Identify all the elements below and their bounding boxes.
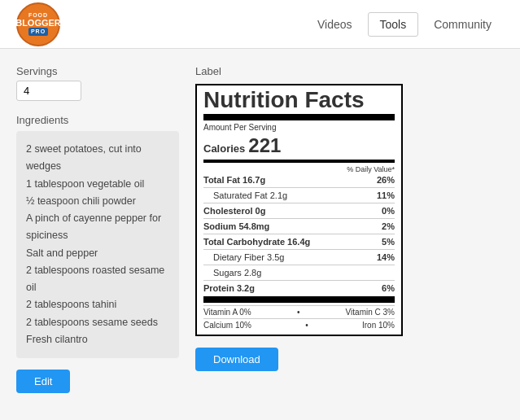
row-label-3: Sodium 54.8mg xyxy=(203,221,269,231)
thin-divider-0 xyxy=(203,187,395,188)
ingredient-item: 2 sweet potatoes, cut into wedges xyxy=(26,141,169,176)
calories-label: Calories xyxy=(203,142,245,155)
logo-text-main: Blogger xyxy=(15,19,61,28)
ingredient-item: 2 tablespoons sesame seeds xyxy=(26,314,169,331)
vitamin-a: Vitamin A 0% xyxy=(203,308,251,317)
ingredient-item: Fresh cilantro xyxy=(26,331,169,348)
row-label-0: Total Fat 16.7g xyxy=(203,175,265,185)
servings-label: Servings xyxy=(16,65,179,77)
calories-row: Calories 221 xyxy=(203,134,395,157)
ingredients-section: Ingredients 2 sweet potatoes, cut into w… xyxy=(16,114,179,393)
vitamin-c: Vitamin C 3% xyxy=(346,308,395,317)
right-panel: Label Nutrition Facts Amount Per Serving… xyxy=(195,65,504,393)
calories-value: 221 xyxy=(248,134,281,157)
edit-button[interactable]: Edit xyxy=(16,370,70,393)
left-panel: Servings Ingredients 2 sweet potatoes, c… xyxy=(16,65,179,393)
label-section-title: Label xyxy=(195,65,504,77)
minerals-row: Calcium 10% • Iron 10% xyxy=(203,318,395,331)
nutrition-row-0: Total Fat 16.7g26% xyxy=(203,174,395,186)
thin-divider-5 xyxy=(203,265,395,265)
download-button[interactable]: Download xyxy=(195,348,278,371)
vitamins-row: Vitamin A 0% • Vitamin C 3% xyxy=(203,305,395,318)
row-label-5: Dietary Fiber 3.5g xyxy=(203,252,284,262)
thin-divider-1 xyxy=(203,203,395,203)
logo-banner: PRO xyxy=(28,28,48,36)
ingredient-item: 1 tablespoon vegetable oil xyxy=(26,176,169,193)
nutrition-row-5: Dietary Fiber 3.5g14% xyxy=(203,252,395,263)
row-value-3: 2% xyxy=(382,221,395,231)
logo[interactable]: FOOD Blogger PRO xyxy=(16,2,60,46)
nav-videos[interactable]: Videos xyxy=(305,12,365,37)
nutrition-row-7: Protein 3.2g6% xyxy=(203,282,395,294)
nutrition-row-4: Total Carbohydrate 16.4g5% xyxy=(203,236,395,247)
row-label-6: Sugars 2.8g xyxy=(203,268,261,278)
header: FOOD Blogger PRO Videos Tools Community xyxy=(0,0,520,49)
nav-tools[interactable]: Tools xyxy=(368,12,419,37)
thin-divider-4 xyxy=(203,249,395,250)
dv-header: % Daily Value* xyxy=(203,165,395,173)
row-label-4: Total Carbohydrate 16.4g xyxy=(203,237,310,247)
servings-section: Servings xyxy=(16,65,179,101)
calcium: Calcium 10% xyxy=(203,321,251,330)
thin-divider-6 xyxy=(203,280,395,281)
row-value-4: 5% xyxy=(382,237,395,247)
nutrition-row-2: Cholesterol 0g0% xyxy=(203,205,395,217)
dot-separator2: • xyxy=(305,321,308,330)
nutrition-rows: Total Fat 16.7g26%Saturated Fat 2.1g11%C… xyxy=(203,174,395,294)
ingredient-item: Salt and pepper xyxy=(26,245,169,262)
row-value-5: 14% xyxy=(377,252,395,262)
row-value-0: 26% xyxy=(377,175,395,185)
nutrition-facts-title: Nutrition Facts xyxy=(203,89,395,112)
nutrition-row-1: Saturated Fat 2.1g11% xyxy=(203,190,395,201)
row-label-7: Protein 3.2g xyxy=(203,283,255,293)
ingredient-item: ½ teaspoon chili powder xyxy=(26,193,169,210)
medium-divider xyxy=(203,160,395,163)
ingredients-box: 2 sweet potatoes, cut into wedges 1 tabl… xyxy=(16,131,179,358)
nav-community[interactable]: Community xyxy=(422,12,504,37)
main-content: Servings Ingredients 2 sweet potatoes, c… xyxy=(0,49,520,409)
amount-per-serving: Amount Per Serving xyxy=(203,123,395,132)
row-value-7: 6% xyxy=(382,283,395,293)
iron: Iron 10% xyxy=(362,321,395,330)
servings-input[interactable] xyxy=(16,81,81,101)
row-label-2: Cholesterol 0g xyxy=(203,206,265,216)
row-label-1: Saturated Fat 2.1g xyxy=(203,190,287,200)
nutrition-label: Nutrition Facts Amount Per Serving Calor… xyxy=(195,84,403,336)
nutrition-row-3: Sodium 54.8mg2% xyxy=(203,221,395,232)
nutrition-row-6: Sugars 2.8g xyxy=(203,267,395,278)
row-value-1: 11% xyxy=(377,190,395,200)
thin-divider-2 xyxy=(203,218,395,219)
thin-divider-3 xyxy=(203,234,395,234)
ingredient-item: 2 tablespoons roasted sesame oil xyxy=(26,262,169,297)
main-nav: Videos Tools Community xyxy=(305,12,504,37)
ingredient-item: A pinch of cayenne pepper for spiciness xyxy=(26,210,169,245)
row-value-2: 0% xyxy=(382,206,395,216)
dot-separator: • xyxy=(297,308,300,317)
thick-divider-bottom xyxy=(203,296,395,303)
ingredients-label: Ingredients xyxy=(16,114,179,126)
ingredient-item: 2 tablespoons tahini xyxy=(26,296,169,313)
thick-divider xyxy=(203,114,395,120)
